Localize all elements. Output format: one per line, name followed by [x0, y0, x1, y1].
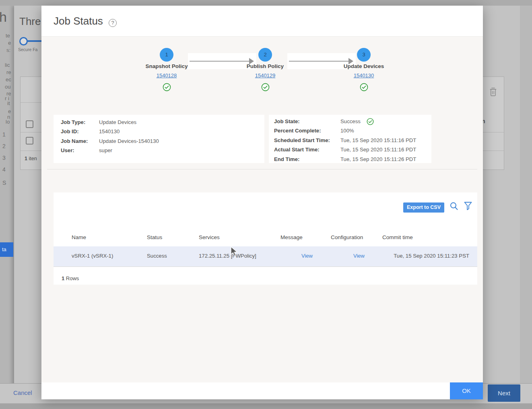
dialog-header: Job Status ? [41, 6, 483, 37]
background-grid-card: 1 iten [20, 76, 42, 170]
cell-commit-time: Tue, 15 Sep 2020 15:11:23 PST [382, 253, 469, 259]
help-icon[interactable]: ? [109, 19, 117, 27]
step-2-job-link[interactable]: 1540129 [233, 72, 297, 78]
bg-text-fragment: 2 [2, 144, 6, 149]
column-header-name: Name [72, 234, 86, 240]
bg-text-fragment: ou [5, 84, 10, 89]
field-value: Update Devices-1540130 [99, 136, 159, 146]
step-1-circle: 1 [160, 48, 173, 62]
divider [21, 132, 42, 132]
bg-text-fragment: h [0, 14, 7, 20]
field-label: Scheduled Start Time: [274, 136, 330, 145]
step-3-success-icon [332, 83, 396, 93]
cell-name: vSRX-1 (vSRX-1) [72, 253, 113, 259]
row-checkbox[interactable] [26, 137, 33, 145]
device-results-card: Export to CSV Name Status Services Messa… [54, 192, 477, 285]
wizard-title-fragment: Thre [19, 15, 41, 28]
bg-text-fragment: lo [6, 119, 10, 124]
field-value: Tue, 15 Sep 2020 15:11:16 PDT [340, 136, 416, 145]
column-header-message: Message [280, 234, 303, 240]
field-label: User: [61, 146, 74, 155]
message-view-link[interactable]: View [295, 253, 319, 259]
wizard-step-label: Secure Fa [18, 47, 37, 52]
page-bottom-strip [0, 403, 532, 409]
bg-text-fragment: 3 [2, 155, 6, 161]
column-header-commit-time: Commit time [382, 234, 413, 240]
summary-row: Job Name: Update Devices-1540130 [54, 136, 264, 146]
bg-text-fragment: S [2, 180, 6, 186]
next-button[interactable]: Next [488, 384, 520, 402]
table-header-row: Name Status Services Message Configurati… [54, 229, 477, 247]
page-top-strip [0, 0, 532, 6]
job-status-dialog: Job Status ? 1 Snapshot Policy 1540128 2… [41, 6, 483, 399]
bg-text-fragment: re [6, 70, 11, 75]
filter-icon[interactable] [464, 202, 472, 212]
wizard-stepper-node-icon [19, 37, 28, 45]
divider [21, 151, 42, 151]
job-summary-right-panel: Job State: Success Percent Complete: 100… [269, 115, 431, 163]
dialog-footer: OK [41, 382, 483, 399]
bg-text-fragment: lic [5, 62, 10, 68]
column-header-status: Status [147, 234, 162, 240]
arrow-line [289, 61, 349, 62]
divider [21, 102, 42, 103]
row-checkbox[interactable] [26, 120, 33, 128]
bg-text-fragment: te [6, 33, 10, 38]
step-2-success-icon [233, 83, 297, 93]
wizard-stepper-line [27, 40, 41, 42]
arrow-line [190, 61, 250, 62]
bg-text-fragment: e [8, 40, 11, 45]
step-3-job-link[interactable]: 1540130 [332, 72, 396, 78]
background-grid-card: n [483, 76, 504, 170]
column-header-configuration: Configuration [331, 234, 363, 240]
success-check-icon [367, 118, 374, 127]
summary-row: Scheduled Start Time: Tue, 15 Sep 2020 1… [269, 136, 431, 145]
field-value: Tue, 15 Sep 2020 15:11:26 PDT [340, 155, 416, 164]
ok-button[interactable]: OK [450, 382, 483, 399]
trash-icon[interactable] [488, 87, 498, 99]
cell-status: Success [147, 253, 167, 259]
summary-row: Percent Complete: 100% [269, 126, 431, 135]
help-glyph: ? [111, 20, 114, 26]
divider [483, 132, 504, 132]
field-value: Success [340, 117, 361, 126]
section-divider [47, 169, 477, 169]
field-label: Job Type: [61, 118, 85, 127]
job-summary-left-panel: Job Type: Update Devices Job ID: 1540130… [54, 115, 264, 163]
field-label: Job State: [274, 117, 300, 126]
summary-row: End Time: Tue, 15 Sep 2020 15:11:26 PDT [269, 155, 431, 164]
field-label: Actual Start Time: [274, 145, 320, 154]
search-icon[interactable] [450, 202, 458, 212]
bg-text-fragment: it [7, 101, 10, 106]
step-3-circle: 3 [357, 48, 371, 62]
field-label: Job Name: [61, 136, 88, 146]
configuration-view-link[interactable]: View [347, 253, 371, 259]
summary-row: Job Type: Update Devices [54, 118, 264, 127]
column-header-services: Services [199, 234, 220, 240]
step-3-label: Update Devices [332, 63, 396, 69]
row-count: 1 Rows [62, 275, 79, 281]
field-value: 100% [340, 126, 354, 135]
field-value: 1540130 [99, 127, 120, 136]
cancel-button[interactable]: Cancel [13, 389, 32, 396]
dialog-title: Job Status [54, 15, 103, 27]
step-2-circle: 2 [258, 48, 272, 62]
field-value: Tue, 15 Sep 2020 15:11:16 PDT [340, 145, 416, 154]
field-value: Update Devices [99, 118, 136, 127]
table-row[interactable]: vSRX-1 (vSRX-1) Success 172.25.11.25 [FW… [54, 246, 477, 267]
grid-item-count: 1 iten [25, 156, 37, 161]
bg-text-fragment: 1 [2, 132, 6, 137]
bg-text-fragment: ec [6, 77, 11, 82]
field-label: End Time: [274, 155, 300, 164]
export-to-csv-button[interactable]: Export to CSV [403, 202, 444, 213]
step-1-job-link[interactable]: 1540128 [134, 72, 199, 78]
summary-row: Actual Start Time: Tue, 15 Sep 2020 15:1… [269, 145, 431, 154]
summary-row: User: super [54, 146, 264, 155]
summary-row: Job State: Success [269, 117, 431, 126]
field-label: Percent Complete: [274, 126, 321, 135]
background-wizard-panel-left: Thre Secure Fa 1 iten [14, 6, 41, 403]
sidebar-selected-item-fragment[interactable]: ta [0, 242, 13, 257]
background-page-edge [520, 6, 532, 403]
bg-text-fragment: e [8, 109, 11, 114]
summary-row: Job ID: 1540130 [54, 127, 264, 136]
